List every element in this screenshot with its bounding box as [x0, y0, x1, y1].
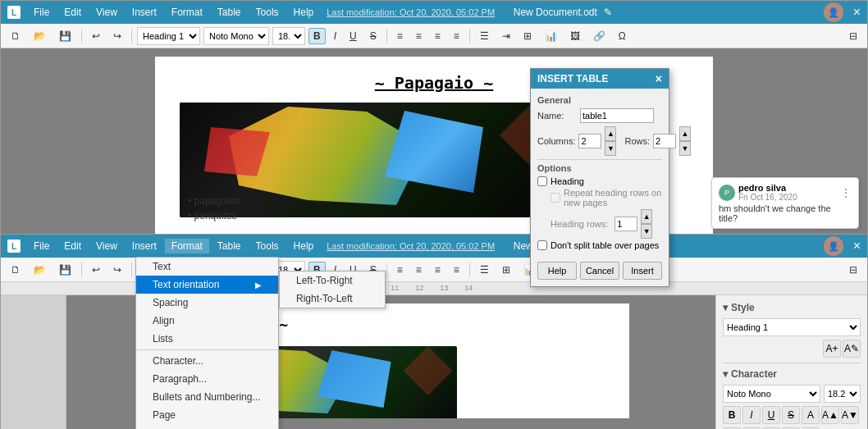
menu-item-align[interactable]: Align — [136, 312, 278, 330]
window-close-button[interactable]: × — [853, 5, 861, 20]
submenu-rtl[interactable]: Right-To-Left — [280, 290, 385, 308]
justify-btn[interactable]: ≡ — [449, 28, 464, 44]
underline-button[interactable]: U — [345, 28, 362, 44]
bottom-justify[interactable]: ≡ — [449, 262, 464, 278]
style-new-btn[interactable]: A+ — [823, 340, 841, 358]
dialog-close-button[interactable]: × — [656, 72, 662, 85]
increase-size-btn[interactable]: A▲ — [821, 406, 839, 424]
heading-rows-input[interactable] — [614, 217, 637, 231]
shadow-format-btn[interactable]: A — [802, 406, 820, 424]
bottom-menu-format[interactable]: Format — [165, 239, 209, 253]
comment-menu-button[interactable]: ⋮ — [840, 186, 852, 199]
bold-format-btn[interactable]: B — [723, 406, 741, 424]
dialog-insert-button[interactable]: Insert — [623, 262, 662, 280]
font-size-select-panel[interactable]: 18.2 — [824, 385, 861, 403]
bottom-menu-edit[interactable]: Edit — [57, 239, 88, 253]
repeat-heading-checkbox[interactable] — [550, 193, 560, 203]
character-section-header[interactable]: ▾ Character — [723, 368, 861, 380]
bold-button[interactable]: B — [308, 28, 326, 44]
bottom-menu-insert[interactable]: Insert — [126, 239, 163, 253]
style-select[interactable]: Heading 1 — [137, 27, 200, 45]
heading-rows-increment-btn[interactable]: ▲ — [641, 209, 652, 224]
bottom-undo-btn[interactable]: ↩ — [87, 262, 105, 278]
heading-rows-decrement-btn[interactable]: ▼ — [641, 224, 652, 239]
menu-item-sections[interactable]: Sections... — [136, 424, 278, 429]
insert-table-tb-btn[interactable]: ⊞ — [519, 28, 537, 44]
redo-btn[interactable]: ↪ — [108, 28, 126, 44]
menu-item-page[interactable]: Page — [136, 406, 278, 424]
undo-btn[interactable]: ↩ — [87, 28, 105, 44]
bottom-redo-btn[interactable]: ↪ — [108, 262, 126, 278]
dialog-name-input[interactable] — [580, 108, 654, 123]
bottom-open-btn[interactable]: 📂 — [29, 262, 51, 278]
italic-button[interactable]: I — [329, 28, 341, 44]
menu-format[interactable]: Format — [165, 5, 209, 20]
align-left-btn[interactable]: ≡ — [392, 28, 408, 44]
bottom-list-btn[interactable]: ☰ — [475, 262, 494, 278]
strike-format-btn[interactable]: S — [782, 406, 800, 424]
font-size-select[interactable]: 18.2 — [272, 27, 305, 45]
bottom-align-left[interactable]: ≡ — [392, 262, 408, 278]
heading-checkbox[interactable] — [537, 176, 547, 186]
bottom-menu-help[interactable]: Help — [287, 239, 321, 253]
edit-filename-icon[interactable]: ✎ — [604, 7, 612, 18]
bottom-new-btn[interactable]: 🗋 — [6, 262, 25, 278]
insert-link-btn[interactable]: 🔗 — [588, 28, 610, 44]
style-edit-btn[interactable]: A✎ — [843, 340, 861, 358]
rows-increment-btn[interactable]: ▲ — [679, 126, 691, 141]
underline-format-btn[interactable]: U — [762, 406, 780, 424]
bottom-menu-table[interactable]: Table — [211, 239, 248, 253]
menu-item-text[interactable]: Text — [136, 258, 278, 276]
rows-decrement-btn[interactable]: ▼ — [679, 141, 691, 156]
align-right-btn[interactable]: ≡ — [430, 28, 445, 44]
menu-table[interactable]: Table — [211, 5, 248, 20]
style-section-header[interactable]: ▾ Style — [723, 302, 861, 313]
dialog-columns-input[interactable] — [578, 134, 601, 148]
menu-edit[interactable]: Edit — [57, 5, 88, 20]
menu-help[interactable]: Help — [287, 5, 321, 20]
special-char-btn[interactable]: Ω — [614, 28, 631, 44]
decrease-size-btn[interactable]: A▼ — [841, 406, 859, 424]
dialog-help-button[interactable]: Help — [537, 262, 577, 280]
save-btn[interactable]: 💾 — [54, 28, 76, 44]
dialog-rows-input[interactable] — [653, 134, 676, 148]
align-center-btn[interactable]: ≡ — [411, 28, 427, 44]
menu-item-character[interactable]: Character... — [136, 352, 278, 370]
menu-tools[interactable]: Tools — [249, 5, 286, 20]
dont-split-label: Don't split table over pages — [550, 240, 659, 250]
new-btn[interactable]: 🗋 — [6, 28, 25, 44]
menu-item-lists[interactable]: Lists — [136, 330, 278, 348]
dont-split-checkbox[interactable] — [537, 240, 547, 250]
list-btn[interactable]: ☰ — [475, 28, 494, 44]
bottom-menu-view[interactable]: View — [89, 239, 124, 253]
bottom-menu-file[interactable]: File — [27, 239, 56, 253]
insert-chart-btn[interactable]: 📊 — [540, 28, 562, 44]
menu-item-text-orientation[interactable]: Text orientation ▶ — [136, 276, 278, 294]
menu-file[interactable]: File — [27, 5, 56, 20]
menu-item-bullets[interactable]: Bullets and Numbering... — [136, 388, 278, 406]
menu-view[interactable]: View — [89, 5, 124, 20]
dialog-cancel-button[interactable]: Cancel — [580, 262, 619, 280]
columns-decrement-btn[interactable]: ▼ — [605, 141, 616, 156]
menu-item-spacing[interactable]: Spacing — [136, 294, 278, 312]
open-btn[interactable]: 📂 — [29, 28, 51, 44]
bottom-insert-table-btn[interactable]: ⊞ — [497, 262, 515, 278]
sidebar-toggle-btn[interactable]: ⊟ — [844, 28, 862, 44]
bottom-sidebar-btn[interactable]: ⊟ — [844, 262, 862, 278]
strikethrough-button[interactable]: S — [365, 28, 381, 44]
bottom-window-close[interactable]: × — [853, 239, 861, 253]
submenu-ltr[interactable]: Left-To-Right — [280, 272, 385, 290]
menu-insert[interactable]: Insert — [126, 5, 163, 20]
font-select[interactable]: Noto Mono — [203, 27, 269, 45]
style-dropdown[interactable]: Heading 1 — [723, 318, 861, 336]
bottom-save-btn[interactable]: 💾 — [54, 262, 76, 278]
italic-format-btn[interactable]: I — [742, 406, 761, 424]
columns-increment-btn[interactable]: ▲ — [605, 126, 616, 141]
font-family-select[interactable]: Noto Mono — [723, 385, 820, 403]
bottom-align-right[interactable]: ≡ — [430, 262, 445, 278]
bottom-menu-tools[interactable]: Tools — [249, 239, 286, 253]
menu-item-paragraph[interactable]: Paragraph... — [136, 370, 278, 388]
bottom-align-center[interactable]: ≡ — [411, 262, 427, 278]
indent-btn[interactable]: ⇥ — [497, 28, 515, 44]
insert-image-btn[interactable]: 🖼 — [565, 28, 585, 44]
